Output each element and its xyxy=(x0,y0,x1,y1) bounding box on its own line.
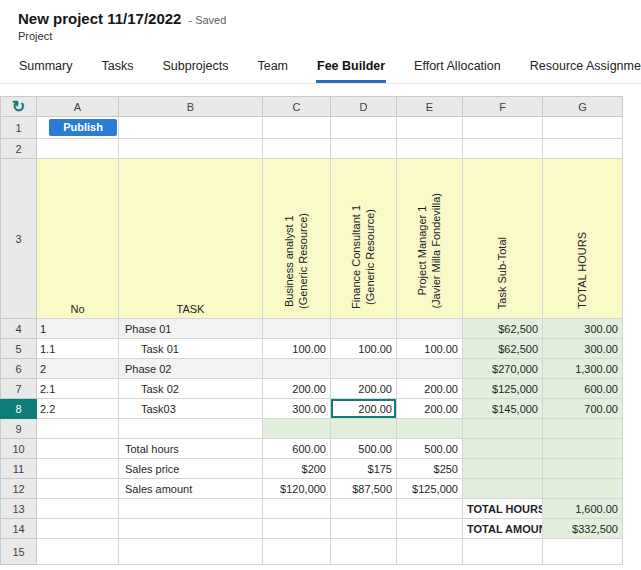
cell-E1[interactable] xyxy=(397,117,463,139)
tab-summary[interactable]: Summary xyxy=(18,51,73,83)
cell-E2[interactable] xyxy=(397,139,463,159)
col-header-B[interactable]: B xyxy=(119,97,263,117)
row-header-13[interactable]: 13 xyxy=(1,499,37,519)
cell-C11[interactable]: $200 xyxy=(263,459,331,479)
cell-E7[interactable]: 200.00 xyxy=(397,379,463,399)
cell-B5[interactable]: Task 01 xyxy=(119,339,263,359)
cell-B15[interactable] xyxy=(119,539,263,565)
tab-tasks[interactable]: Tasks xyxy=(100,51,134,83)
cell-A15[interactable] xyxy=(37,539,119,565)
cell-B10[interactable]: Total hours xyxy=(119,439,263,459)
tab-resource-assignments[interactable]: Resource Assignments xyxy=(529,51,641,83)
cell-A10[interactable] xyxy=(37,439,119,459)
cell-F5[interactable]: $62,500 xyxy=(463,339,543,359)
cell-G6[interactable]: 1,300.00 xyxy=(543,359,623,379)
row-header-6[interactable]: 6 xyxy=(1,359,37,379)
col-header-C[interactable]: C xyxy=(263,97,331,117)
cell-G14-total-amount-value[interactable]: $332,500 xyxy=(543,519,623,539)
cell-B2[interactable] xyxy=(119,139,263,159)
cell-A13[interactable] xyxy=(37,499,119,519)
cell-G13-total-hours-value[interactable]: 1,600.00 xyxy=(543,499,623,519)
cell-C15[interactable] xyxy=(263,539,331,565)
cell-F14-total-amount-label[interactable]: TOTAL AMOUNT xyxy=(463,519,543,539)
cell-B13[interactable] xyxy=(119,499,263,519)
tab-subprojects[interactable]: Subprojects xyxy=(161,51,229,83)
cell-D3-resource-header[interactable]: Finance Consultant 1(Generic Resource) xyxy=(331,159,397,319)
col-header-E[interactable]: E xyxy=(397,97,463,117)
row-header-3[interactable]: 3 xyxy=(1,159,37,319)
cell-F15[interactable] xyxy=(463,539,543,565)
cell-D10[interactable]: 500.00 xyxy=(331,439,397,459)
cell-D12[interactable]: $87,500 xyxy=(331,479,397,499)
cell-F6[interactable]: $270,000 xyxy=(463,359,543,379)
cell-A3-no-header[interactable]: No xyxy=(37,159,119,319)
row-header-2[interactable]: 2 xyxy=(1,139,37,159)
col-header-F[interactable]: F xyxy=(463,97,543,117)
cell-A9[interactable] xyxy=(37,419,119,439)
cell-E15[interactable] xyxy=(397,539,463,565)
cell-A2[interactable] xyxy=(37,139,119,159)
cell-F4[interactable]: $62,500 xyxy=(463,319,543,339)
tab-fee-builder[interactable]: Fee Builder xyxy=(316,51,386,83)
cell-G5[interactable]: 300.00 xyxy=(543,339,623,359)
cell-C3-resource-header[interactable]: Business analyst 1(Generic Resource) xyxy=(263,159,331,319)
cell-C6[interactable] xyxy=(263,359,331,379)
cell-C8[interactable]: 300.00 xyxy=(263,399,331,419)
cell-G10[interactable] xyxy=(543,439,623,459)
cell-D7[interactable]: 200.00 xyxy=(331,379,397,399)
cell-B7[interactable]: Task 02 xyxy=(119,379,263,399)
cell-G12[interactable] xyxy=(543,479,623,499)
cell-B3-task-header[interactable]: TASK xyxy=(119,159,263,319)
cell-B9[interactable] xyxy=(119,419,263,439)
cell-C7[interactable]: 200.00 xyxy=(263,379,331,399)
cell-C12[interactable]: $120,000 xyxy=(263,479,331,499)
row-header-4[interactable]: 4 xyxy=(1,319,37,339)
cell-B8[interactable]: Task03 xyxy=(119,399,263,419)
cell-E12[interactable]: $125,000 xyxy=(397,479,463,499)
cell-C14[interactable] xyxy=(263,519,331,539)
cell-E4[interactable] xyxy=(397,319,463,339)
cell-G11[interactable] xyxy=(543,459,623,479)
row-header-10[interactable]: 10 xyxy=(1,439,37,459)
cell-F8[interactable]: $145,000 xyxy=(463,399,543,419)
cell-B14[interactable] xyxy=(119,519,263,539)
cell-G1[interactable] xyxy=(543,117,623,139)
cell-D14[interactable] xyxy=(331,519,397,539)
cell-D1[interactable] xyxy=(331,117,397,139)
cell-C1[interactable] xyxy=(263,117,331,139)
cell-F10[interactable] xyxy=(463,439,543,459)
cell-G9[interactable] xyxy=(543,419,623,439)
cell-D6[interactable] xyxy=(331,359,397,379)
cell-D9[interactable] xyxy=(331,419,397,439)
cell-E14[interactable] xyxy=(397,519,463,539)
publish-button[interactable]: Publish xyxy=(49,119,117,136)
cell-A6[interactable]: 2 xyxy=(37,359,119,379)
cell-B1[interactable] xyxy=(119,117,263,139)
cell-F2[interactable] xyxy=(463,139,543,159)
cell-E11[interactable]: $250 xyxy=(397,459,463,479)
cell-E5[interactable]: 100.00 xyxy=(397,339,463,359)
cell-C9[interactable] xyxy=(263,419,331,439)
cell-A5[interactable]: 1.1 xyxy=(37,339,119,359)
cell-F3-subtotal-header[interactable]: Task Sub-Total xyxy=(463,159,543,319)
col-header-G[interactable]: G xyxy=(543,97,623,117)
cell-E6[interactable] xyxy=(397,359,463,379)
cell-F11[interactable] xyxy=(463,459,543,479)
cell-A14[interactable] xyxy=(37,519,119,539)
cell-A12[interactable] xyxy=(37,479,119,499)
row-header-7[interactable]: 7 xyxy=(1,379,37,399)
row-header-12[interactable]: 12 xyxy=(1,479,37,499)
refresh-icon[interactable]: ↻ xyxy=(12,98,25,115)
cell-B6[interactable]: Phase 02 xyxy=(119,359,263,379)
cell-C13[interactable] xyxy=(263,499,331,519)
row-header-11[interactable]: 11 xyxy=(1,459,37,479)
cell-B4[interactable]: Phase 01 xyxy=(119,319,263,339)
cell-B12[interactable]: Sales amount xyxy=(119,479,263,499)
row-header-1[interactable]: 1 xyxy=(1,117,37,139)
cell-C5[interactable]: 100.00 xyxy=(263,339,331,359)
tab-team[interactable]: Team xyxy=(256,51,289,83)
tab-effort-allocation[interactable]: Effort Allocation xyxy=(413,51,502,83)
cell-D11[interactable]: $175 xyxy=(331,459,397,479)
cell-G7[interactable]: 600.00 xyxy=(543,379,623,399)
cell-G2[interactable] xyxy=(543,139,623,159)
